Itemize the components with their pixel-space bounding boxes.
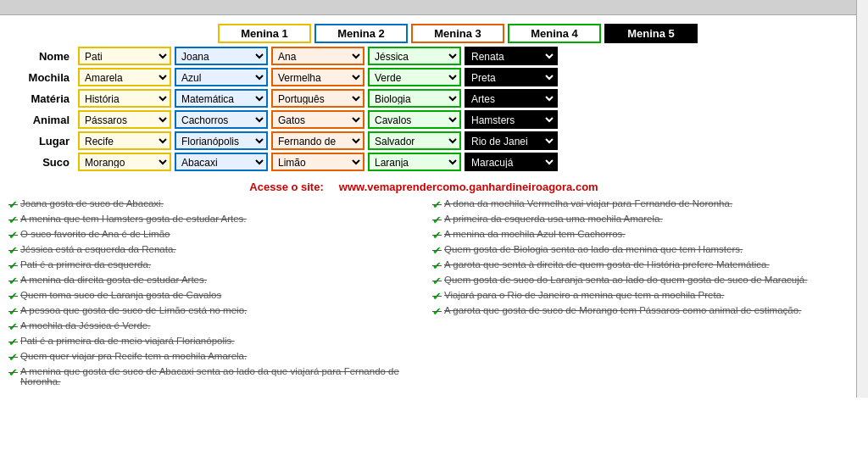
cell-4-4: Rio de Janei <box>465 131 558 150</box>
cell-3-3: Cavalos <box>368 110 461 129</box>
col-header-menina2: Menina 2 <box>314 24 408 43</box>
cell-0-3: Jéssica <box>368 47 461 65</box>
cell-5-2: Limão <box>271 153 364 171</box>
clues-right-col: ✔A dona da mochila Vermelha vai viajar p… <box>432 198 839 389</box>
select-3-3[interactable]: Cavalos <box>368 110 461 129</box>
clue-text-right-7: A garota que gosta de suco de Morango te… <box>444 305 801 315</box>
select-0-1[interactable]: Joana <box>175 47 268 65</box>
cell-2-0: História <box>78 89 171 108</box>
cell-0-2: Ana <box>271 47 364 65</box>
clue-left-2: ✔O suco favorito de Ana é de Limão <box>8 229 415 242</box>
select-3-4[interactable]: Hamsters <box>465 110 558 129</box>
cell-0-1: Joana <box>175 47 268 65</box>
clue-text-right-0: A dona da mochila Vermelha vai viajar pa… <box>444 198 732 209</box>
clue-text-right-1: A primeira da esquerda usa uma mochila A… <box>444 214 663 224</box>
clue-text-left-7: A pessoa que gosta de suco de Limão está… <box>20 305 247 315</box>
clue-text-right-3: Quem gosta de Biologia senta ao lado da … <box>444 244 743 254</box>
clue-right-5: ✔Quem gosta de suco do Laranja senta ao … <box>432 275 839 287</box>
puzzle-row-3: AnimalPássarosCachorrosGatosCavalosHamst… <box>8 110 839 129</box>
select-0-4[interactable]: Renata <box>465 47 558 65</box>
clue-left-11: ✔A menina que gosta de suco de Abacaxi s… <box>8 366 415 386</box>
select-5-2[interactable]: Limão <box>271 153 364 171</box>
select-4-1[interactable]: Florianópolis <box>175 131 268 150</box>
promo-link[interactable]: www.vemaprendercomo.ganhardineiroagora.c… <box>339 181 598 193</box>
checkmark-right-1: ✔ <box>432 214 442 226</box>
select-5-4[interactable]: Maracujá <box>465 153 558 171</box>
clue-left-0: ✔Joana gosta de suco de Abacaxi. <box>8 198 415 211</box>
clue-text-left-1: A menina que tem Hamsters gosta de estud… <box>20 214 247 224</box>
clue-text-right-6: Viajará para o Rio de Janeiro a menina q… <box>444 290 724 300</box>
cell-4-0: Recife <box>78 131 171 150</box>
clue-left-5: ✔A menina da direita gosta de estudar Ar… <box>8 275 415 287</box>
row-label-4: Lugar <box>8 135 76 147</box>
cell-4-1: Florianópolis <box>175 131 268 150</box>
puzzle-row-2: MatériaHistóriaMatemáticaPortuguêsBiolog… <box>8 89 839 108</box>
checkmark-left-2: ✔ <box>8 229 18 242</box>
row-label-1: Mochila <box>8 71 76 84</box>
clue-left-8: ✔A mochila da Jéssica é Verde. <box>8 320 415 333</box>
select-5-3[interactable]: Laranja <box>368 153 461 171</box>
select-3-0[interactable]: Pássaros <box>78 110 171 129</box>
select-2-3[interactable]: Biologia <box>368 89 461 108</box>
cell-1-4: Preta <box>465 68 558 86</box>
checkmark-right-7: ✔ <box>432 305 442 318</box>
clue-right-3: ✔Quem gosta de Biologia senta ao lado da… <box>432 244 839 257</box>
puzzle-grid: Menina 1Menina 2Menina 3Menina 4Menina 5… <box>8 24 839 174</box>
select-0-3[interactable]: Jéssica <box>368 47 461 65</box>
cell-0-4: Renata <box>465 47 558 65</box>
select-1-1[interactable]: Azul <box>175 68 268 86</box>
row-label-3: Animal <box>8 114 76 126</box>
select-5-1[interactable]: Abacaxi <box>175 153 268 171</box>
select-5-0[interactable]: Morango <box>78 153 171 171</box>
clues-left-col: ✔Joana gosta de suco de Abacaxi.✔A menin… <box>8 198 415 389</box>
select-2-1[interactable]: Matemática <box>175 89 268 108</box>
clue-text-left-6: Quem toma suco de Laranja gosta de Caval… <box>20 290 221 300</box>
clue-left-1: ✔A menina que tem Hamsters gosta de estu… <box>8 214 415 226</box>
checkmark-right-3: ✔ <box>432 244 442 257</box>
select-1-3[interactable]: Verde <box>368 68 461 86</box>
select-0-0[interactable]: Pati <box>78 47 171 65</box>
clue-text-left-10: Quem quer viajar pra Recife tem a mochil… <box>20 351 247 361</box>
cell-2-2: Português <box>271 89 364 108</box>
row-label-2: Matéria <box>8 92 76 105</box>
checkmark-left-3: ✔ <box>8 244 18 257</box>
clue-text-left-5: A menina da direita gosta de estudar Art… <box>20 275 207 285</box>
clue-text-left-0: Joana gosta de suco de Abacaxi. <box>20 198 164 209</box>
select-0-2[interactable]: Ana <box>271 47 364 65</box>
select-4-2[interactable]: Fernando de <box>271 131 364 150</box>
select-4-4[interactable]: Rio de Janei <box>465 131 558 150</box>
clue-left-9: ✔Pati é a primeira da de meio viajará Fl… <box>8 336 415 348</box>
select-3-2[interactable]: Gatos <box>271 110 364 129</box>
select-3-1[interactable]: Cachorros <box>175 110 268 129</box>
checkmark-left-11: ✔ <box>8 366 18 379</box>
select-4-0[interactable]: Recife <box>78 131 171 150</box>
promo-text: Acesse o site: www.vemaprendercomo.ganha… <box>8 181 839 193</box>
cell-2-4: Artes <box>465 89 558 108</box>
clue-right-7: ✔A garota que gosta de suco de Morango t… <box>432 305 839 318</box>
select-1-0[interactable]: Amarela <box>78 68 171 86</box>
cell-1-1: Azul <box>175 68 268 86</box>
cell-2-3: Biologia <box>368 89 461 108</box>
select-2-4[interactable]: Artes <box>465 89 558 108</box>
checkmark-left-9: ✔ <box>8 336 18 348</box>
puzzle-row-5: SucoMorangoAbacaxiLimãoLaranjaMaracujá <box>8 153 839 171</box>
select-1-4[interactable]: Preta <box>465 68 558 86</box>
clue-text-left-3: Jéssica está a esquerda da Renata. <box>20 244 175 254</box>
select-2-0[interactable]: História <box>78 89 171 108</box>
select-2-2[interactable]: Português <box>271 89 364 108</box>
checkmark-right-0: ✔ <box>432 198 442 211</box>
cell-3-1: Cachorros <box>175 110 268 129</box>
select-4-3[interactable]: Salvador <box>368 131 461 150</box>
cell-3-4: Hamsters <box>465 110 558 129</box>
clue-right-0: ✔A dona da mochila Vermelha vai viajar p… <box>432 198 839 211</box>
checkmark-left-4: ✔ <box>8 259 18 272</box>
clue-right-6: ✔Viajará para o Rio de Janeiro a menina … <box>432 290 839 303</box>
select-1-2[interactable]: Vermelha <box>271 68 364 86</box>
clue-left-6: ✔Quem toma suco de Laranja gosta de Cava… <box>8 290 415 303</box>
cell-1-0: Amarela <box>78 68 171 86</box>
top-bar <box>0 0 868 15</box>
puzzle-row-4: LugarRecifeFlorianópolisFernando deSalva… <box>8 131 839 150</box>
scrollbar[interactable] <box>856 0 868 398</box>
cell-0-0: Pati <box>78 47 171 65</box>
row-label-0: Nome <box>8 50 76 63</box>
